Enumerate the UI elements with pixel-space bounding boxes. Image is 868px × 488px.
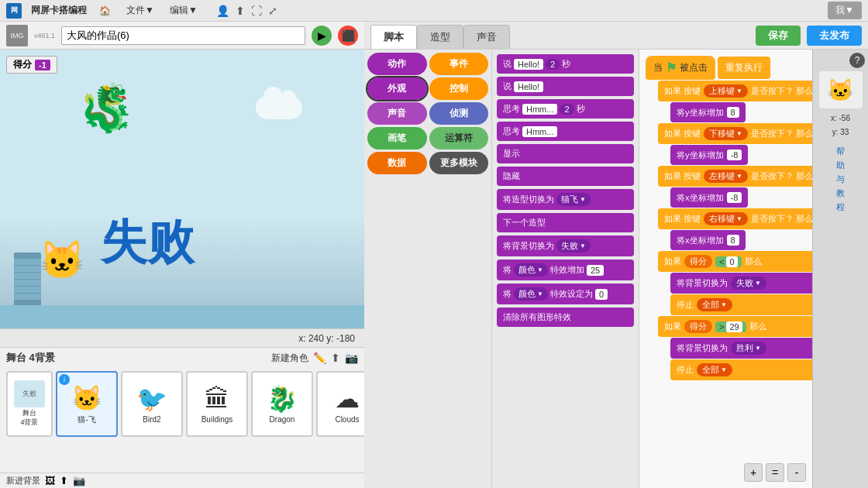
palette-clear-effects[interactable]: 清除所有图形特效: [497, 308, 634, 327]
if-score-high-block[interactable]: 如果 得分 > 29 那么: [658, 316, 812, 337]
stage-ground: [0, 305, 364, 328]
cat-thumb[interactable]: i 🐱 猫-飞: [56, 371, 118, 437]
script-canvas: 当 ⚑ 被点击 重复执行 如果 按键 上移键▼ 是否按下？ 那么: [639, 50, 812, 488]
zoom-in-button[interactable]: +: [744, 463, 763, 482]
help-icon[interactable]: ?: [849, 53, 865, 68]
new-stage-upload[interactable]: ⬆: [60, 475, 68, 486]
cat-more[interactable]: 更多模块: [429, 152, 489, 174]
score-value: -1: [35, 60, 50, 70]
new-stage-label: 新进背景: [6, 475, 40, 486]
chars-header: 舞台 4背景 新建角色 ✏️ ⬆ 📷: [0, 348, 364, 368]
paint-icon[interactable]: ✏️: [313, 352, 326, 364]
me-button[interactable]: 我▼: [828, 2, 862, 19]
save-button[interactable]: 保存: [756, 26, 801, 46]
if-up-block[interactable]: 如果 按键 上移键▼ 是否按下？ 那么: [658, 81, 812, 101]
if-down-block[interactable]: 如果 按键 下移键▼ 是否按下？ 那么: [658, 123, 812, 144]
score-label: 得分: [13, 58, 32, 71]
stage-area: 得分 -1 🐉 🐱 失败: [0, 50, 364, 328]
if-left-block[interactable]: 如果 按键 左移键▼ 是否按下？ 那么: [658, 166, 812, 187]
palette-change-effect[interactable]: 将 颜色▼ 特效增加 25: [497, 259, 634, 280]
palette-switch-bg[interactable]: 将背景切换为 失败▼: [497, 235, 634, 256]
palette-think[interactable]: 思考 Hmm...: [497, 122, 634, 141]
version-label: v461.1: [34, 32, 55, 40]
cat-operators[interactable]: 运算符: [429, 127, 489, 149]
icon-expand[interactable]: ⤢: [268, 5, 277, 17]
palette-say[interactable]: 说 Hello!: [497, 77, 634, 96]
icon-fullscreen[interactable]: ⛶: [251, 5, 262, 17]
bird2-emoji: 🐦: [136, 384, 167, 414]
help-link-5[interactable]: 程: [836, 201, 845, 213]
if-right-block[interactable]: 如果 按键 右移键▼ 是否按下？ 那么: [658, 208, 812, 229]
green-flag-button[interactable]: ▶: [312, 26, 332, 46]
block-palette: 说 Hello! 2 秒 说 Hello! 思考 Hmm... 2 秒 思考 H…: [492, 50, 639, 488]
project-title-input[interactable]: [61, 26, 305, 45]
help-link-1[interactable]: 帮: [836, 146, 845, 157]
dragon-thumb[interactable]: 🐉 Dragon: [251, 371, 313, 437]
menu-icons: 👤 ⬆ ⛶ ⤢: [216, 5, 277, 17]
palette-think-sec[interactable]: 思考 Hmm... 2 秒: [497, 99, 634, 119]
palette-hide[interactable]: 隐藏: [497, 167, 634, 186]
cat-looks[interactable]: 外观: [367, 77, 427, 100]
icon-person: 👤: [216, 5, 229, 17]
stop-all-win-block[interactable]: 停止 全部▼: [670, 359, 812, 380]
palette-next-costume[interactable]: 下一个造型: [497, 213, 634, 232]
switch-bg-lose-block[interactable]: 将背景切换为 失败▼: [670, 273, 812, 294]
blocks-area: 动作 事件 外观 控制 声音 侦测 画笔 运算符 数据 更多模块 说 Hello…: [364, 50, 868, 488]
switch-bg-win-block[interactable]: 将背景切换为 胜利▼: [670, 338, 812, 359]
cat-control[interactable]: 控制: [429, 77, 489, 100]
move-x-left-block[interactable]: 将x坐标增加 -8: [670, 187, 748, 208]
buildings-thumb[interactable]: 🏛 Buildings: [186, 371, 248, 437]
project-icon: IMG: [6, 25, 28, 46]
tab-costume[interactable]: 造型: [417, 25, 463, 49]
palette-say-sec[interactable]: 说 Hello! 2 秒: [497, 54, 634, 74]
camera-icon[interactable]: 📷: [345, 352, 358, 364]
bird2-thumb[interactable]: 🐦 Bird2: [121, 371, 183, 437]
publish-button[interactable]: 去发布: [807, 26, 862, 46]
repeat-block[interactable]: 重复执行: [718, 57, 770, 79]
zoom-reset-button[interactable]: =: [766, 463, 784, 482]
new-stage-paint[interactable]: 🖼: [45, 475, 55, 486]
palette-switch-costume[interactable]: 将造型切换为 猫飞▼: [497, 189, 634, 210]
app-logo: 网: [6, 3, 22, 19]
cat-motion[interactable]: 动作: [367, 53, 427, 75]
stage-pillar: [14, 253, 41, 307]
app-name: 网屏卡搭编程: [31, 4, 87, 17]
palette-set-effect[interactable]: 将 颜色▼ 特效设定为 0: [497, 284, 634, 304]
cat-sensing[interactable]: 侦测: [429, 102, 489, 125]
tab-sound[interactable]: 声音: [463, 25, 510, 49]
cat-events[interactable]: 事件: [429, 53, 489, 75]
stage-thumb[interactable]: 失败 舞台4背景: [6, 371, 53, 437]
menu-home[interactable]: 🏠: [96, 4, 114, 18]
cat-sound[interactable]: 声音: [367, 102, 427, 125]
help-link-2[interactable]: 助: [836, 160, 845, 171]
cat-data[interactable]: 数据: [367, 152, 427, 174]
left-panel: IMG v461.1 ▶ ⬛ 得分 -1 🐉 🐱: [0, 22, 364, 488]
tab-script[interactable]: 脚本: [370, 25, 417, 49]
main-layout: IMG v461.1 ▶ ⬛ 得分 -1 🐉 🐱: [0, 22, 868, 488]
right-panel: 脚本 造型 声音 保存 去发布 动作 事件 外观 控制 声音 侦测 画笔 运: [364, 22, 868, 488]
icon-upload: ⬆: [236, 5, 245, 17]
defeat-text: 失败: [101, 211, 194, 274]
zoom-out-button[interactable]: -: [787, 463, 806, 482]
chars-panel: 舞台 4背景 新建角色 ✏️ ⬆ 📷 失败 舞台4背景 i 🐱: [0, 347, 364, 488]
script-canvas-inner: 当 ⚑ 被点击 重复执行 如果 按键 上移键▼ 是否按下？ 那么: [646, 56, 812, 380]
help-links: 帮 助 与 教 程: [816, 146, 865, 213]
when-flag-block[interactable]: 当 ⚑ 被点击: [646, 56, 715, 80]
move-x-right-block[interactable]: 将x坐标增加 8: [670, 230, 746, 250]
chars-list: 失败 舞台4背景 i 🐱 猫-飞 🐦 Bird2 🏛 Buildi: [0, 368, 364, 440]
red-stop-button[interactable]: ⬛: [338, 26, 358, 46]
upload-icon[interactable]: ⬆: [331, 352, 340, 364]
move-y-down-block[interactable]: 将y坐标增加 -8: [670, 145, 748, 165]
menu-edit[interactable]: 编辑▼: [167, 2, 201, 19]
move-y-up-block[interactable]: 将y坐标增加 8: [670, 102, 746, 122]
new-stage-camera[interactable]: 📷: [73, 475, 85, 486]
menu-file[interactable]: 文件▼: [123, 2, 157, 19]
help-link-3[interactable]: 与: [836, 174, 845, 185]
buildings-emoji: 🏛: [205, 385, 229, 414]
palette-show[interactable]: 显示: [497, 144, 634, 163]
clouds-thumb[interactable]: ☁ Clouds: [316, 371, 364, 437]
if-score-low-block[interactable]: 如果 得分 < 0 那么: [658, 251, 812, 272]
stop-all-lose-block[interactable]: 停止 全部▼: [670, 294, 812, 315]
help-link-4[interactable]: 教: [836, 187, 845, 199]
cat-pen[interactable]: 画笔: [367, 127, 427, 149]
